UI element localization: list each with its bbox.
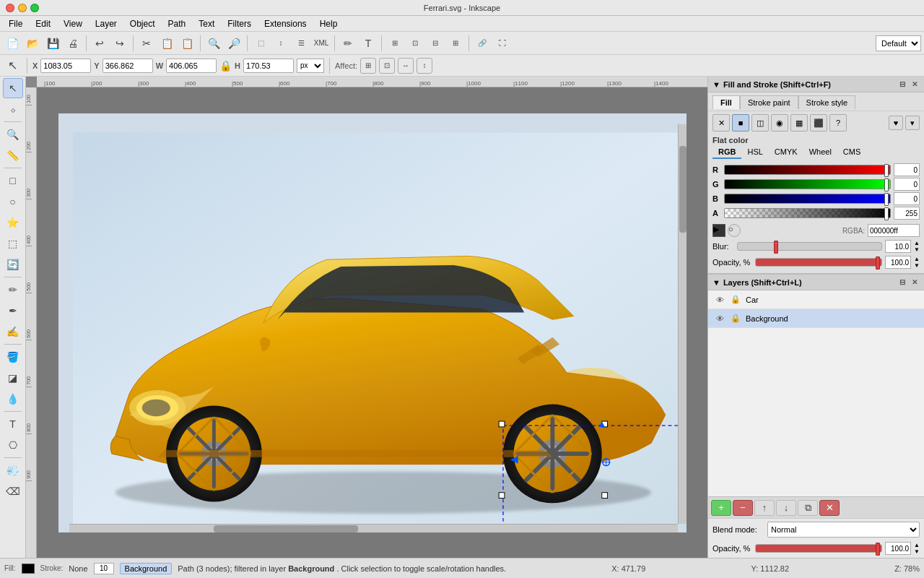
add-layer-btn[interactable]: + — [711, 500, 731, 516]
a-input[interactable] — [894, 207, 920, 220]
layer-dup-btn[interactable]: ⧉ — [798, 500, 818, 516]
y-input[interactable] — [103, 59, 153, 73]
measure-tool[interactable]: 📏 — [3, 145, 23, 165]
g-input[interactable] — [894, 178, 920, 191]
affect-btn2[interactable]: ⊡ — [379, 58, 395, 74]
color-mode-cmyk[interactable]: CMYK — [769, 146, 803, 159]
fill-stroke-header[interactable]: ▼ Fill and Stroke (Shift+Ctrl+F) ⊟ ✕ — [708, 77, 924, 92]
blur-spinners[interactable]: ▲ ▼ — [914, 240, 920, 253]
menu-text[interactable]: Text — [193, 17, 220, 30]
fill-none-btn[interactable]: ✕ — [712, 114, 730, 131]
menu-file[interactable]: File — [3, 17, 28, 30]
snap6-btn[interactable]: ⛶ — [493, 34, 512, 53]
color-mode-cms[interactable]: CMS — [837, 146, 866, 159]
h-input[interactable] — [243, 59, 294, 73]
bucket-tool[interactable]: 🪣 — [3, 347, 23, 367]
opacity-spinners[interactable]: ▲ ▼ — [914, 256, 920, 269]
blend-mode-select[interactable]: Normal Multiply Screen Overlay Darken Li… — [767, 522, 920, 538]
menu-path[interactable]: Path — [162, 17, 192, 30]
tab-stroke-style[interactable]: Stroke style — [798, 95, 855, 109]
w-input[interactable] — [166, 59, 217, 73]
layer-bg-lock[interactable]: 🔒 — [730, 313, 741, 324]
calligraphy-tool[interactable]: ✍ — [3, 322, 23, 342]
opacity-slider[interactable] — [755, 258, 882, 267]
snap3-btn[interactable]: ⊟ — [426, 34, 445, 53]
eyedropper-btn[interactable]: ○ — [728, 224, 741, 237]
undo-btn[interactable]: ↩ — [90, 34, 109, 53]
b-slider[interactable] — [724, 194, 891, 204]
menu-help[interactable]: Help — [314, 17, 344, 30]
b-input[interactable] — [894, 192, 920, 205]
3d-box-tool[interactable]: ⬚ — [3, 233, 23, 254]
layers-detach-btn[interactable]: ⊟ — [897, 277, 907, 288]
snap-btn[interactable]: ⊞ — [385, 34, 404, 53]
star-tool[interactable]: ⭐ — [3, 212, 23, 233]
spiral-tool[interactable]: 🔄 — [3, 254, 23, 275]
pencil-btn[interactable]: ✏ — [339, 34, 357, 53]
fill-swatch-btn[interactable]: ⬛ — [810, 114, 827, 131]
fill-heart-btn[interactable]: ♥ — [889, 116, 903, 130]
rect-tool[interactable]: □ — [3, 171, 23, 191]
zoom-tool[interactable]: 🔍 — [3, 124, 23, 144]
bezier-tool[interactable]: ✒ — [3, 301, 23, 321]
lock-aspect-icon[interactable]: 🔒 — [219, 60, 232, 72]
copy-btn[interactable]: 📋 — [157, 34, 176, 53]
layer-car-lock[interactable]: 🔒 — [730, 294, 741, 306]
eraser-tool[interactable]: ⌫ — [3, 481, 23, 501]
tab-fill[interactable]: Fill — [712, 95, 740, 109]
menu-extensions[interactable]: Extensions — [258, 17, 313, 30]
panel-detach-btn[interactable]: ⊟ — [897, 79, 907, 90]
panel-close-btn[interactable]: ✕ — [910, 79, 920, 90]
hscroll-thumb[interactable] — [214, 525, 358, 532]
fill-linear-btn[interactable]: ◫ — [751, 114, 769, 131]
redo-btn[interactable]: ↪ — [110, 34, 129, 53]
layer-bg-visibility[interactable]: 👁 — [714, 313, 725, 324]
menu-view[interactable]: View — [58, 17, 88, 30]
opacity-quick-input[interactable] — [94, 563, 114, 574]
color-mode-wheel[interactable]: Wheel — [803, 146, 837, 159]
layer-down-btn[interactable]: ↓ — [776, 500, 796, 516]
snap4-btn[interactable]: ⊞ — [446, 34, 465, 53]
fill-radial-btn[interactable]: ◉ — [771, 114, 788, 131]
color-mode-rgb[interactable]: RGB — [712, 146, 741, 159]
drawing-canvas[interactable]: ◀ ▲ ▶ ▼ — [58, 113, 687, 532]
snap2-btn[interactable]: ⊡ — [406, 34, 424, 53]
connector-tool[interactable]: ⎔ — [3, 435, 23, 455]
xml-btn[interactable]: XML — [312, 34, 331, 53]
dropper-tool[interactable]: 💧 — [3, 389, 23, 409]
unit-select[interactable]: px mm cm in — [297, 59, 324, 73]
play-btn[interactable]: ▶ — [712, 224, 725, 237]
text-tool[interactable]: T — [3, 414, 23, 434]
horizontal-scrollbar[interactable] — [69, 524, 678, 532]
paste-btn[interactable]: 📋 — [178, 34, 196, 53]
affect-btn4[interactable]: ↕ — [417, 58, 432, 74]
close-button[interactable] — [6, 4, 14, 12]
select-tool-btn[interactable]: ↖ — [3, 56, 22, 75]
pencil-tool[interactable]: ✏ — [3, 280, 23, 300]
layer-opacity-input[interactable] — [885, 542, 911, 555]
color-mode-hsl[interactable]: HSL — [741, 146, 768, 159]
layers-close-btn[interactable]: ✕ — [910, 277, 920, 288]
vertical-scrollbar[interactable] — [678, 124, 687, 524]
layer-del-btn[interactable]: ✕ — [819, 500, 840, 516]
affect-btn1[interactable]: ⊞ — [360, 58, 376, 74]
layer-up-btn[interactable]: ↑ — [754, 500, 775, 516]
zoom-in-btn[interactable]: 🔍 — [204, 34, 223, 53]
new-btn[interactable]: 📄 — [3, 34, 22, 53]
g-slider[interactable] — [724, 179, 891, 189]
transform-btn[interactable]: ↕ — [271, 34, 290, 53]
layer-opacity-spinners[interactable]: ▲ ▼ — [914, 542, 920, 555]
fill-unknown-btn[interactable]: ? — [829, 114, 847, 131]
x-input[interactable] — [40, 59, 91, 73]
fill-flat-btn[interactable]: ■ — [732, 114, 749, 131]
layers-header[interactable]: ▼ Layers (Shift+Ctrl+L) ⊟ ✕ — [708, 275, 924, 290]
layer-car-visibility[interactable]: 👁 — [714, 294, 725, 306]
menu-filters[interactable]: Filters — [222, 17, 257, 30]
print-btn[interactable]: 🖨 — [64, 34, 82, 53]
rgba-input[interactable] — [868, 224, 920, 237]
node-btn[interactable]: ⬚ — [251, 34, 270, 53]
fill-marker-btn[interactable]: ▾ — [905, 116, 920, 130]
maximize-button[interactable] — [30, 4, 39, 12]
circle-tool[interactable]: ○ — [3, 191, 23, 212]
current-layer-btn[interactable]: Background — [120, 563, 173, 574]
